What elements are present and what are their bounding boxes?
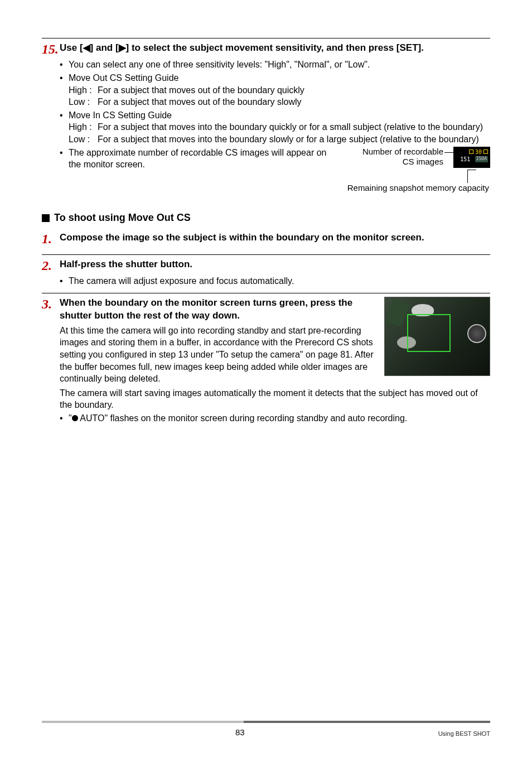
- text-low: For a subject that moves into the bounda…: [98, 133, 479, 146]
- step-3-body-cont: The camera will start saving images auto…: [60, 387, 490, 425]
- move-out-high: High : For a subject that moves out of t…: [69, 84, 490, 97]
- step-3-para-1: At this time the camera will go into rec…: [60, 325, 376, 385]
- step-2-body: The camera will adjust exposure and focu…: [60, 275, 490, 287]
- subheading-text: To shoot using Move Out CS: [54, 212, 191, 224]
- camera-monitor-illustration: [384, 297, 490, 376]
- value-30: 30: [475, 148, 482, 156]
- leader-line: [444, 152, 453, 153]
- bullet-auto-exposure: The camera will adjust exposure and focu…: [60, 275, 490, 287]
- move-out-low: Low : For a subject that moves out of th…: [69, 96, 490, 108]
- move-in-high: High : For a subject that moves into the…: [69, 121, 490, 133]
- page-number: 83: [42, 727, 438, 737]
- auto-flash-text: AUTO" flashes on the monitor screen duri…: [78, 413, 408, 423]
- step-number: 15.: [42, 42, 60, 56]
- step-number: 3.: [42, 297, 60, 311]
- box-icon: [469, 150, 473, 154]
- step-number: 2.: [42, 258, 60, 273]
- label-high: High :: [69, 121, 98, 133]
- leaf-shape: [385, 298, 409, 327]
- label-low: Low :: [69, 133, 98, 146]
- step-3-para-2: The camera will start saving images auto…: [60, 387, 490, 411]
- bullet-approx-recordable: The approximate number of recordable CS …: [60, 147, 490, 171]
- step-1: 1. Compose the image so the subject is w…: [42, 232, 490, 246]
- step-2: 2. Half-press the shutter button.: [42, 258, 490, 273]
- record-dot-icon: [72, 415, 78, 421]
- leader-line: [467, 170, 468, 183]
- square-bullet-icon: [42, 214, 50, 222]
- value-151: 151: [460, 156, 470, 163]
- bullet-move-out-guide: Move Out CS Setting Guide High : For a s…: [60, 72, 490, 108]
- callout-recordable-label: Number of recordable CS images: [362, 147, 443, 167]
- bullet-sensitivity-levels: You can select any one of three sensitiv…: [60, 59, 490, 71]
- move-out-guide-title: Move Out CS Setting Guide: [69, 73, 178, 83]
- rule: [42, 38, 490, 38]
- iso-tag: ISOA: [475, 156, 488, 162]
- footer-bar: [42, 721, 490, 723]
- subheading-move-out-cs: To shoot using Move Out CS: [42, 212, 490, 224]
- step-15: 15. Use [◀] and [▶] to select the subjec…: [42, 42, 490, 56]
- step-heading: When the boundary on the monitor screen …: [60, 297, 376, 322]
- step-heading: Use [◀] and [▶] to select the subject mo…: [60, 42, 424, 55]
- indicator-icon: [483, 150, 488, 154]
- callout-remaining-memory: Remaining snapshot memory capacity: [60, 183, 490, 194]
- dial-icon: [467, 324, 486, 343]
- move-in-low: Low : For a subject that moves into the …: [69, 133, 490, 146]
- label-low: Low :: [69, 96, 98, 108]
- text-high: For a subject that moves into the bounda…: [98, 121, 483, 133]
- rule: [42, 293, 490, 293]
- page-footer: 83 Using BEST SHOT: [42, 721, 490, 737]
- bullet-auto-flash: " AUTO" flashes on the monitor screen du…: [60, 412, 490, 425]
- step-heading: Compose the image so the subject is with…: [60, 232, 424, 244]
- label-high: High :: [69, 84, 98, 97]
- move-in-guide-title: Move In CS Setting Guide: [69, 110, 172, 120]
- text-high: For a subject that moves out of the boun…: [98, 84, 304, 97]
- bullet-move-in-guide: Move In CS Setting Guide High : For a su…: [60, 109, 490, 146]
- remaining-label: Remaining snapshot memory capacity: [60, 183, 489, 194]
- boundary-box-icon: [407, 314, 451, 352]
- step-3: 3. When the boundary on the monitor scre…: [42, 297, 490, 385]
- text-low: For a subject that moves out of the boun…: [98, 96, 302, 108]
- section-name: Using BEST SHOT: [438, 730, 490, 737]
- approx-recordable-text: The approximate number of recordable CS …: [69, 147, 338, 171]
- step-heading: Half-press the shutter button.: [60, 258, 192, 271]
- step-15-body: You can select any one of three sensitiv…: [60, 59, 490, 193]
- step-number: 1.: [42, 232, 60, 246]
- callout-recordable-cs: Number of recordable CS images: [349, 147, 443, 168]
- monitor-corner-sample: 30 151 ISOA: [453, 147, 490, 168]
- quote-open: ": [69, 413, 72, 423]
- rule: [42, 254, 490, 255]
